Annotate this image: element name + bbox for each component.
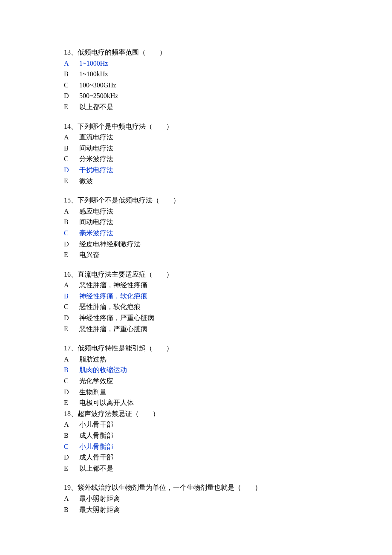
option-text: 1~1000Hz xyxy=(79,58,108,69)
option-text: 1~100kHz xyxy=(79,69,108,80)
option-row: A最小照射距离 xyxy=(64,493,328,504)
option-letter: B xyxy=(64,143,79,154)
option-text: 最大照射距离 xyxy=(79,504,120,515)
option-letter: A xyxy=(64,493,79,504)
option-text: 干扰电疗法 xyxy=(79,165,113,176)
option-row: D生物剂量 xyxy=(64,387,328,398)
option-letter: C xyxy=(64,228,79,239)
option-row: C毫米波疗法 xyxy=(64,228,328,239)
option-letter: D xyxy=(64,312,79,324)
question-stem: 16、直流电疗法主要适应症（ ） xyxy=(64,269,328,280)
option-text: 以上都不是 xyxy=(79,463,113,474)
option-text: 500~2500kHz xyxy=(79,90,118,101)
option-letter: A xyxy=(64,206,79,217)
question-stem: 14、下列哪个是中频电疗法（ ） xyxy=(64,121,328,132)
option-row: B成人骨骺部 xyxy=(64,430,328,441)
question-stem: 17、低频电疗特性是能引起（ ） xyxy=(64,343,328,354)
option-letter: D xyxy=(64,165,79,176)
option-row: D经皮电神经刺激疗法 xyxy=(64,239,328,250)
option-text: 毫米波疗法 xyxy=(79,228,113,239)
option-row: A恶性肿瘤，神经性疼痛 xyxy=(64,280,328,291)
option-row: E电兴奋 xyxy=(64,249,328,260)
option-letter: B xyxy=(64,291,79,302)
option-row: A脂肪过热 xyxy=(64,354,328,365)
question-q17: 17、低频电疗特性是能引起（ ）A脂肪过热B肌肉的收缩运动C光化学效应D生物剂量… xyxy=(64,343,328,408)
option-text: 最小照射距离 xyxy=(79,493,120,504)
question-q16: 16、直流电疗法主要适应症（ ）A恶性肿瘤，神经性疼痛B神经性疼痛，软化疤痕C恶… xyxy=(64,269,328,335)
option-letter: B xyxy=(64,364,79,376)
option-letter: A xyxy=(64,354,79,365)
option-row: B间动电疗法 xyxy=(64,143,328,154)
option-letter: A xyxy=(64,419,79,430)
option-row: B间动电疗法 xyxy=(64,217,328,228)
option-row: A1~1000Hz xyxy=(64,58,328,69)
option-row: E电极可以离开人体 xyxy=(64,397,328,408)
question-q14: 14、下列哪个是中频电疗法（ ）A直流电疗法B间动电疗法C分米波疗法D干扰电疗法… xyxy=(64,121,328,187)
option-text: 微波 xyxy=(79,176,93,187)
option-text: 100~300GHz xyxy=(79,80,116,91)
option-letter: D xyxy=(64,90,79,101)
option-letter: A xyxy=(64,58,79,69)
option-text: 以上都不是 xyxy=(79,101,113,113)
option-row: A直流电疗法 xyxy=(64,132,328,143)
question-q19: 19、紫外线治疗以生物剂量为单位，一个生物剂量也就是（ ）A最小照射距离B最大照… xyxy=(64,482,328,515)
option-row: C光化学效应 xyxy=(64,376,328,387)
option-letter: B xyxy=(64,217,79,228)
option-letter: E xyxy=(64,324,79,335)
question-q18: 18、超声波疗法禁忌证（ ）A小儿骨干部B成人骨骺部C小儿骨骺部D成人骨干部E以… xyxy=(64,408,328,474)
option-row: E恶性肿瘤，严重心脏病 xyxy=(64,324,328,335)
option-letter: D xyxy=(64,452,79,463)
option-text: 成人骨干部 xyxy=(79,452,113,463)
option-text: 神经性疼痛，软化疤痕 xyxy=(79,291,147,302)
option-letter: E xyxy=(64,249,79,260)
option-letter: B xyxy=(64,430,79,441)
option-row: D神经性疼痛，严重心脏病 xyxy=(64,312,328,324)
option-letter: B xyxy=(64,69,79,80)
option-letter: E xyxy=(64,397,79,408)
option-text: 感应电疗法 xyxy=(79,206,113,217)
document-page: 13、低频电疗的频率范围（ ）A1~1000HzB1~100kHzC100~30… xyxy=(0,0,392,555)
option-text: 恶性肿瘤，神经性疼痛 xyxy=(79,280,147,291)
option-text: 恶性肿瘤，严重心脏病 xyxy=(79,324,147,335)
option-text: 电极可以离开人体 xyxy=(79,397,134,408)
option-letter: E xyxy=(64,463,79,474)
option-row: B最大照射距离 xyxy=(64,504,328,515)
option-row: D成人骨干部 xyxy=(64,452,328,463)
question-stem: 19、紫外线治疗以生物剂量为单位，一个生物剂量也就是（ ） xyxy=(64,482,328,493)
option-text: 脂肪过热 xyxy=(79,354,107,365)
option-letter: D xyxy=(64,387,79,398)
question-q15: 15、下列哪个不是低频电疗法（ ）A感应电疗法B间动电疗法C毫米波疗法D经皮电神… xyxy=(64,195,328,260)
option-text: 恶性肿瘤，软化疤痕 xyxy=(79,301,141,312)
option-row: B肌肉的收缩运动 xyxy=(64,364,328,376)
option-letter: C xyxy=(64,376,79,387)
option-row: E微波 xyxy=(64,176,328,187)
option-letter: C xyxy=(64,441,79,452)
option-letter: A xyxy=(64,132,79,143)
option-row: D500~2500kHz xyxy=(64,90,328,101)
option-letter: D xyxy=(64,239,79,250)
option-letter: A xyxy=(64,280,79,291)
question-stem: 18、超声波疗法禁忌证（ ） xyxy=(64,408,328,419)
option-text: 肌肉的收缩运动 xyxy=(79,364,127,376)
option-row: D干扰电疗法 xyxy=(64,165,328,176)
option-letter: E xyxy=(64,101,79,113)
option-text: 经皮电神经刺激疗法 xyxy=(79,239,141,250)
option-row: C恶性肿瘤，软化疤痕 xyxy=(64,301,328,312)
question-stem: 15、下列哪个不是低频电疗法（ ） xyxy=(64,195,328,206)
option-text: 小儿骨干部 xyxy=(79,419,113,430)
option-letter: E xyxy=(64,176,79,187)
option-row: B1~100kHz xyxy=(64,69,328,80)
option-text: 生物剂量 xyxy=(79,387,107,398)
option-letter: C xyxy=(64,80,79,91)
option-text: 成人骨骺部 xyxy=(79,430,113,441)
option-row: E以上都不是 xyxy=(64,463,328,474)
option-row: C分米波疗法 xyxy=(64,153,328,165)
option-text: 直流电疗法 xyxy=(79,132,113,143)
option-text: 间动电疗法 xyxy=(79,217,113,228)
option-row: A小儿骨干部 xyxy=(64,419,328,430)
question-stem: 13、低频电疗的频率范围（ ） xyxy=(64,47,328,58)
option-row: A感应电疗法 xyxy=(64,206,328,217)
option-letter: B xyxy=(64,504,79,515)
option-row: C小儿骨骺部 xyxy=(64,441,328,452)
option-text: 小儿骨骺部 xyxy=(79,441,113,452)
